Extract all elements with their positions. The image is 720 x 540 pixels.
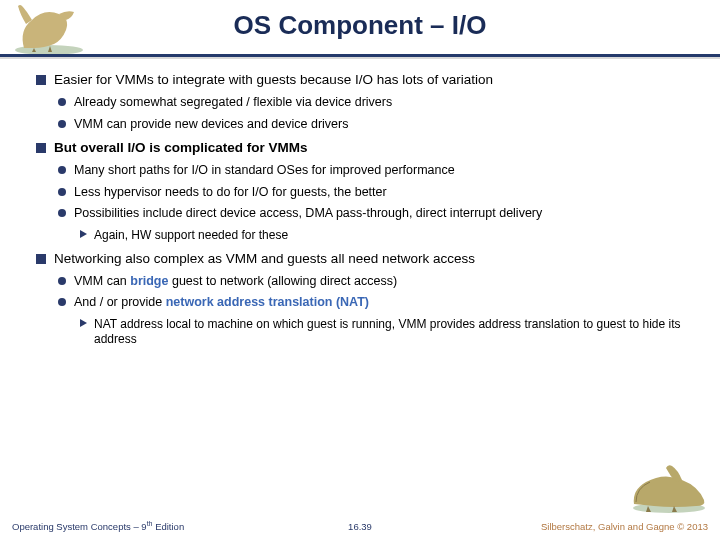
- highlight: bridge: [130, 274, 168, 288]
- text: VMM can: [74, 274, 130, 288]
- text: guest to network (allowing direct access…: [168, 274, 397, 288]
- content: Easier for VMMs to integrate with guests…: [36, 72, 700, 352]
- header: OS Component – I/O: [0, 0, 720, 60]
- bullet-l2: Less hypervisor needs to do for I/O for …: [58, 185, 700, 201]
- dino-left-image: [4, 0, 94, 56]
- bullet-l2: Possibilities include direct device acce…: [58, 206, 700, 222]
- title-rule-shadow: [0, 57, 720, 59]
- bullet-l2: Already somewhat segregated / flexible v…: [58, 95, 700, 111]
- bullet-l2: And / or provide network address transla…: [58, 295, 700, 311]
- bullet-l2: Many short paths for I/O in standard OSe…: [58, 163, 700, 179]
- bullet-l3: Again, HW support needed for these: [80, 228, 700, 243]
- bullet-l1: Easier for VMMs to integrate with guests…: [36, 72, 700, 89]
- text: And / or provide: [74, 295, 166, 309]
- bullet-l1: But overall I/O is complicated for VMMs: [36, 140, 700, 157]
- bullet-l2: VMM can bridge guest to network (allowin…: [58, 274, 700, 290]
- bullet-l3: NAT address local to machine on which gu…: [80, 317, 700, 347]
- dino-right-image: [624, 458, 714, 514]
- slide-title: OS Component – I/O: [0, 0, 720, 41]
- bullet-l2: VMM can provide new devices and device d…: [58, 117, 700, 133]
- bullet-l1: Networking also complex as VMM and guest…: [36, 251, 700, 268]
- footer-copyright: Silberschatz, Galvin and Gagne © 2013: [541, 521, 708, 532]
- slide: OS Component – I/O Easier for VMMs to in…: [0, 0, 720, 540]
- highlight: network address translation (NAT): [166, 295, 369, 309]
